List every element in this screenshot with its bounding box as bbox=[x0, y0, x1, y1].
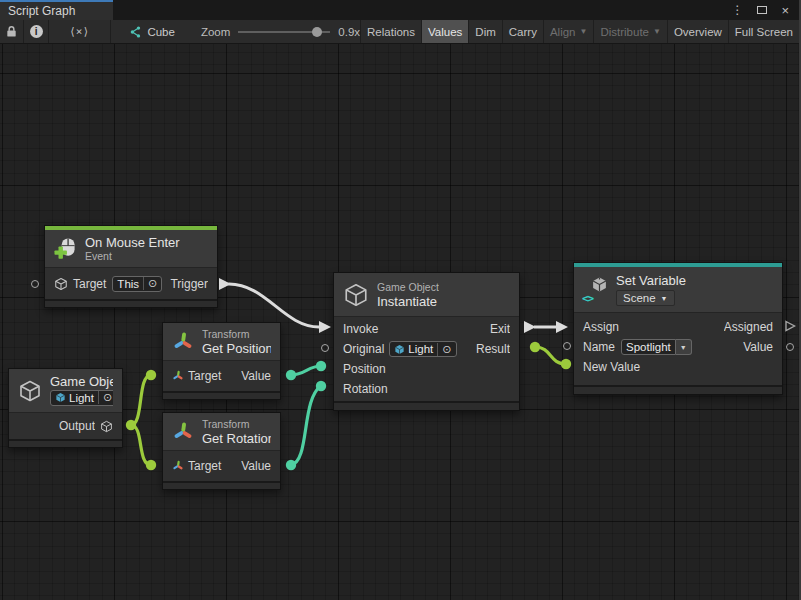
info-button[interactable]: i bbox=[24, 20, 47, 43]
name-row: Name Spotlight ▼ Value bbox=[574, 337, 782, 357]
graph-toolbar: i ⟨×⟩ Cube Zoom 0.9x Relations Values Di… bbox=[0, 20, 799, 44]
target-label: Target bbox=[188, 369, 221, 383]
zoom-control: Zoom 0.9x bbox=[201, 20, 360, 43]
variable-scope-dropdown[interactable]: Scene ▼ bbox=[616, 290, 675, 306]
chevron-down-icon: ▼ bbox=[653, 27, 661, 36]
cube-icon bbox=[18, 379, 42, 403]
align-button[interactable]: Align▼ bbox=[544, 20, 594, 43]
node-instantiate[interactable]: Game Object Instantiate Invoke Exit Orig… bbox=[333, 272, 520, 411]
target-row: Target This ⊙ Trigger bbox=[45, 268, 217, 299]
node-set-variable[interactable]: <> Set Variable Scene ▼ Assign Assigned … bbox=[573, 262, 783, 395]
name-label: Name bbox=[583, 340, 615, 354]
overview-button[interactable]: Overview bbox=[668, 20, 728, 43]
object-picker-icon[interactable]: ⊙ bbox=[98, 391, 112, 404]
window-controls: ⋮ × bbox=[731, 0, 799, 20]
transform-icon bbox=[172, 421, 194, 443]
node-footer bbox=[574, 385, 782, 394]
node-footer bbox=[9, 439, 122, 447]
maximize-icon[interactable] bbox=[757, 6, 767, 14]
object-picker-icon[interactable]: ⊙ bbox=[437, 343, 451, 356]
tab-bar: Script Graph ⋮ × bbox=[0, 0, 799, 20]
dim-button[interactable]: Dim bbox=[469, 20, 501, 43]
code-icon: ⟨×⟩ bbox=[69, 25, 89, 38]
node-title: Instantiate bbox=[377, 294, 439, 309]
value-label: Value bbox=[241, 369, 271, 383]
target-value-field[interactable]: This ⊙ bbox=[112, 276, 162, 292]
output-label: Output bbox=[59, 419, 95, 433]
original-value-field[interactable]: Light ⊙ bbox=[389, 341, 456, 357]
chevron-down-icon: ▼ bbox=[661, 295, 668, 302]
node-footer bbox=[163, 391, 280, 399]
node-title: On Mouse Enter bbox=[85, 235, 180, 250]
object-value-field[interactable]: Light ⊙ bbox=[50, 390, 113, 406]
node-title: Get Position bbox=[202, 341, 271, 356]
mouse-enter-icon bbox=[54, 237, 77, 260]
graph-canvas[interactable]: On Mouse Enter Event Target This ⊙ Trigg… bbox=[0, 44, 801, 600]
graph-breadcrumb[interactable]: Cube bbox=[128, 20, 175, 43]
node-title: Set Variable bbox=[616, 273, 686, 288]
node-title: Game Object bbox=[50, 374, 113, 389]
variable-name-dropdown[interactable]: ▼ bbox=[676, 339, 692, 355]
new-value-label: New Value bbox=[583, 360, 640, 374]
result-label: Result bbox=[472, 342, 510, 356]
ports-row: Target Value bbox=[163, 361, 280, 391]
fullscreen-button[interactable]: Full Screen bbox=[729, 20, 799, 43]
port-instantiate-original-in[interactable] bbox=[321, 344, 329, 352]
new-value-row: New Value bbox=[574, 357, 782, 377]
ports-row: Target Value bbox=[163, 451, 280, 481]
carry-button[interactable]: Carry bbox=[503, 20, 543, 43]
unity-object-icon bbox=[394, 344, 405, 355]
chevron-down-icon: ▼ bbox=[579, 27, 587, 36]
code-view-button[interactable]: ⟨×⟩ bbox=[49, 20, 110, 43]
info-icon: i bbox=[30, 25, 43, 38]
node-header: Game Object Light ⊙ bbox=[9, 369, 122, 413]
wire-getrotation-value-to-rotation[interactable] bbox=[286, 381, 326, 470]
target-label: Target bbox=[188, 459, 221, 473]
transform-icon bbox=[172, 460, 184, 472]
rotation-row: Rotation bbox=[334, 379, 519, 399]
graph-name-label: Cube bbox=[147, 26, 175, 38]
variable-name-field[interactable]: Spotlight bbox=[621, 339, 676, 355]
wire-exit-to-assign[interactable] bbox=[524, 321, 568, 333]
trigger-label: Trigger bbox=[164, 277, 208, 291]
node-footer bbox=[163, 481, 280, 489]
port-onmouseenter-target-in[interactable] bbox=[31, 280, 39, 288]
zoom-slider[interactable] bbox=[238, 25, 330, 39]
zoom-value: 0.9x bbox=[338, 26, 360, 38]
port-setvariable-value-out[interactable] bbox=[786, 343, 794, 351]
node-title: Get Rotation bbox=[202, 431, 271, 446]
lock-button[interactable] bbox=[0, 20, 23, 43]
port-setvariable-name-in[interactable] bbox=[563, 342, 571, 350]
node-category: Transform bbox=[202, 328, 271, 341]
target-label: Target bbox=[73, 277, 106, 291]
node-on-mouse-enter[interactable]: On Mouse Enter Event Target This ⊙ Trigg… bbox=[44, 225, 218, 308]
node-header: <> Set Variable Scene ▼ bbox=[574, 267, 782, 313]
wire-getposition-value-to-position[interactable] bbox=[286, 361, 326, 380]
toolbar-separator bbox=[110, 20, 111, 43]
close-icon[interactable]: × bbox=[781, 3, 789, 18]
transform-icon bbox=[172, 331, 194, 353]
node-get-rotation[interactable]: Transform Get Rotation Target Value bbox=[162, 412, 281, 490]
assign-label: Assign bbox=[583, 320, 619, 334]
tab-script-graph[interactable]: Script Graph bbox=[0, 0, 113, 20]
node-header: Transform Get Position bbox=[163, 323, 280, 361]
unity-object-icon bbox=[55, 392, 66, 403]
node-game-object-literal[interactable]: Game Object Light ⊙ Output bbox=[8, 368, 123, 448]
exit-label: Exit bbox=[490, 322, 510, 336]
values-button[interactable]: Values bbox=[422, 20, 468, 43]
node-header: On Mouse Enter Event bbox=[45, 230, 217, 268]
value-label: Value bbox=[739, 340, 773, 354]
value-label: Value bbox=[241, 459, 271, 473]
wire-output-to-getposition-target[interactable] bbox=[126, 370, 156, 430]
window-menu-icon[interactable]: ⋮ bbox=[731, 3, 743, 17]
zoom-slider-handle[interactable] bbox=[312, 27, 322, 37]
wire-output-to-getrotation-target[interactable] bbox=[131, 425, 156, 470]
object-picker-icon[interactable]: ⊙ bbox=[143, 277, 157, 290]
original-label: Original bbox=[343, 342, 384, 356]
node-get-position[interactable]: Transform Get Position Target Value bbox=[162, 322, 281, 400]
port-setvariable-assigned-out[interactable] bbox=[784, 320, 796, 332]
cube-icon bbox=[100, 420, 113, 433]
relations-button[interactable]: Relations bbox=[361, 20, 421, 43]
distribute-button[interactable]: Distribute▼ bbox=[594, 20, 667, 43]
graph-icon bbox=[128, 25, 142, 39]
